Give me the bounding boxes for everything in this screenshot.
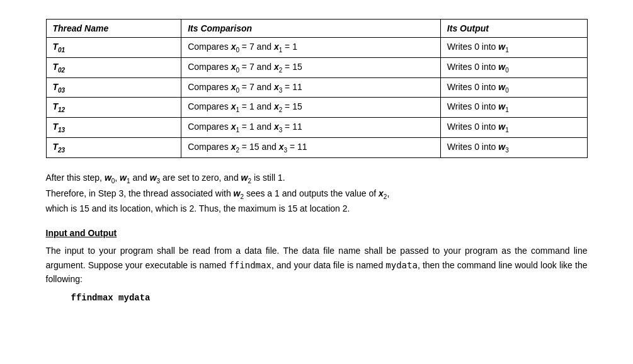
input-output-heading: Input and Output: [46, 226, 588, 240]
thread-table: Thread Name Its Comparison Its Output T0…: [46, 19, 588, 158]
input-output-section: Input and Output The input to your progr…: [46, 226, 588, 305]
comparison-cell: Compares x1 = 1 and x3 = 11: [181, 118, 441, 138]
after-step-paragraph: After this step, w0, w1 and w3 are set t…: [46, 171, 588, 216]
output-cell: Writes 0 into w0: [440, 57, 587, 77]
table-row: T13 Compares x1 = 1 and x3 = 11 Writes 0…: [46, 118, 587, 138]
table-row: T23 Compares x2 = 15 and x3 = 11 Writes …: [46, 137, 587, 157]
table-row: T03 Compares x0 = 7 and x3 = 11 Writes 0…: [46, 77, 587, 98]
thread-name-cell: T03: [46, 77, 181, 98]
comparison-cell: Compares x0 = 7 and x3 = 11: [181, 77, 441, 98]
code-example: ffindmax mydata: [71, 291, 588, 305]
table-row: T12 Compares x1 = 1 and x2 = 15 Writes 0…: [46, 98, 587, 118]
input-output-body: The input to your program shall be read …: [46, 244, 588, 286]
output-cell: Writes 0 into w1: [440, 98, 587, 118]
output-cell: Writes 0 into w3: [440, 137, 587, 157]
col-header-thread: Thread Name: [46, 20, 181, 38]
table-row: T01 Compares x0 = 7 and x1 = 1 Writes 0 …: [46, 38, 587, 58]
thread-name-cell: T13: [46, 118, 181, 138]
col-header-output: Its Output: [440, 20, 587, 38]
main-table-container: Thread Name Its Comparison Its Output T0…: [46, 19, 588, 158]
output-cell: Writes 0 into w1: [440, 118, 587, 138]
after-step-text: After this step, w0, w1 and w3 are set t…: [46, 171, 588, 186]
comparison-cell: Compares x2 = 15 and x3 = 11: [181, 137, 441, 157]
thread-name-cell: T23: [46, 137, 181, 157]
which-is-text: which is 15 and its location, which is 2…: [46, 202, 588, 215]
comparison-cell: Compares x0 = 7 and x1 = 1: [181, 38, 441, 58]
table-row: T02 Compares x0 = 7 and x2 = 15 Writes 0…: [46, 57, 587, 77]
comparison-cell: Compares x1 = 1 and x2 = 15: [181, 98, 441, 118]
therefore-text: Therefore, in Step 3, the thread associa…: [46, 186, 588, 202]
col-header-comparison: Its Comparison: [181, 20, 441, 38]
thread-name-cell: T01: [46, 38, 181, 58]
output-cell: Writes 0 into w1: [440, 38, 587, 58]
thread-name-cell: T12: [46, 98, 181, 118]
thread-name-cell: T02: [46, 57, 181, 77]
comparison-cell: Compares x0 = 7 and x2 = 15: [181, 57, 441, 77]
output-cell: Writes 0 into w0: [440, 77, 587, 98]
